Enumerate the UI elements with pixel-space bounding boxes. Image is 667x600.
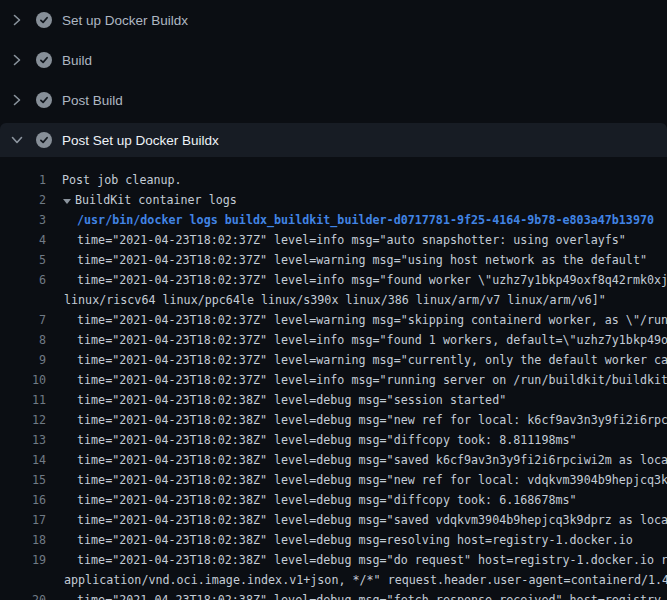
log-line-number[interactable] [0, 570, 46, 590]
log-line: 17 time="2021-04-23T18:02:38Z" level=deb… [0, 510, 667, 530]
log-line-text: time="2021-04-23T18:02:38Z" level=debug … [77, 590, 667, 600]
log-line-number[interactable]: 12 [0, 410, 46, 430]
log-line: 15 time="2021-04-23T18:02:38Z" level=deb… [0, 470, 667, 490]
log-line-text: /usr/bin/docker logs buildx_buildkit_bui… [77, 210, 654, 230]
step-row[interactable]: Build [0, 40, 667, 80]
log-line-number[interactable]: 20 [0, 590, 46, 600]
log-line-text: time="2021-04-23T18:02:38Z" level=debug … [77, 530, 633, 550]
log-line-text: time="2021-04-23T18:02:37Z" level=info m… [77, 230, 626, 250]
log-line-text: time="2021-04-23T18:02:37Z" level=warnin… [77, 250, 647, 270]
log-line: 12 time="2021-04-23T18:02:38Z" level=deb… [0, 410, 667, 430]
log-line-number[interactable]: 6 [0, 270, 46, 290]
log-line-number[interactable]: 4 [0, 230, 46, 250]
log-line-number[interactable]: 9 [0, 350, 46, 370]
log-line: 10 time="2021-04-23T18:02:37Z" level=inf… [0, 370, 667, 390]
log-line-number[interactable]: 19 [0, 550, 46, 570]
log-line-text: time="2021-04-23T18:02:37Z" level=info m… [77, 330, 667, 350]
log-line: 4 time="2021-04-23T18:02:37Z" level=info… [0, 230, 667, 250]
step-label: Post Build [62, 93, 123, 108]
check-circle-icon [36, 52, 52, 68]
step-row[interactable]: Post Build [0, 80, 667, 120]
log-line: 14 time="2021-04-23T18:02:38Z" level=deb… [0, 450, 667, 470]
log-line: linux/riscv64 linux/ppc64le linux/s390x … [0, 290, 667, 310]
log-line: 19 time="2021-04-23T18:02:38Z" level=deb… [0, 550, 667, 570]
log-line-text: time="2021-04-23T18:02:37Z" level=info m… [77, 270, 667, 290]
log-line-number[interactable]: 16 [0, 490, 46, 510]
log-line-text: time="2021-04-23T18:02:37Z" level=info m… [77, 370, 667, 390]
log-line-number[interactable]: 10 [0, 370, 46, 390]
log-line-number[interactable]: 1 [0, 170, 46, 190]
step-label: Set up Docker Buildx [62, 13, 188, 28]
log-line: 20 time="2021-04-23T18:02:38Z" level=deb… [0, 590, 667, 600]
check-circle-icon [36, 12, 52, 28]
log-line-text: time="2021-04-23T18:02:38Z" level=debug … [77, 390, 506, 410]
steps-list: Set up Docker Buildx Build Post Buil [0, 0, 667, 157]
log-line: 1 Post job cleanup. [0, 170, 667, 190]
log-line-text: application/vnd.oci.image.index.v1+json,… [64, 570, 667, 590]
log-line-number[interactable]: 8 [0, 330, 46, 350]
log-line: 9 time="2021-04-23T18:02:37Z" level=warn… [0, 350, 667, 370]
log-line: application/vnd.oci.image.index.v1+json,… [0, 570, 667, 590]
step-label: Build [62, 53, 92, 68]
log-line-text: time="2021-04-23T18:02:38Z" level=debug … [77, 470, 667, 490]
log-line-text: time="2021-04-23T18:02:38Z" level=debug … [77, 490, 577, 510]
log-line: 11 time="2021-04-23T18:02:38Z" level=deb… [0, 390, 667, 410]
step-label: Post Set up Docker Buildx [62, 133, 219, 148]
triangle-down-icon[interactable] [63, 199, 71, 204]
chevron-right-icon[interactable] [10, 93, 24, 107]
chevron-right-icon[interactable] [10, 13, 24, 27]
log-line-number[interactable]: 5 [0, 250, 46, 270]
step-row[interactable]: Post Set up Docker Buildx [0, 123, 667, 157]
log-line-number[interactable]: 2 [0, 190, 46, 210]
log-line: 8 time="2021-04-23T18:02:37Z" level=info… [0, 330, 667, 350]
log-line: 18 time="2021-04-23T18:02:38Z" level=deb… [0, 530, 667, 550]
log-line-text: time="2021-04-23T18:02:38Z" level=debug … [77, 450, 667, 470]
log-line-number[interactable]: 18 [0, 530, 46, 550]
log-line-text: time="2021-04-23T18:02:37Z" level=warnin… [77, 350, 667, 370]
check-circle-icon [36, 132, 52, 148]
chevron-right-icon[interactable] [10, 53, 24, 67]
log-line: 7 time="2021-04-23T18:02:37Z" level=warn… [0, 310, 667, 330]
log-line: 2 BuildKit container logs [0, 190, 667, 210]
log-line: 3 /usr/bin/docker logs buildx_buildkit_b… [0, 210, 667, 230]
log-viewer: 1 Post job cleanup. 2 BuildKit container… [0, 157, 667, 600]
log-line-number[interactable]: 11 [0, 390, 46, 410]
check-circle-icon [36, 92, 52, 108]
log-line-number[interactable] [0, 290, 46, 310]
log-line-text: BuildKit container logs [75, 190, 237, 210]
log-line-text: Post job cleanup. [62, 170, 182, 190]
log-line-text: time="2021-04-23T18:02:37Z" level=warnin… [77, 310, 667, 330]
log-line-text: time="2021-04-23T18:02:38Z" level=debug … [77, 550, 667, 570]
log-line: 6 time="2021-04-23T18:02:37Z" level=info… [0, 270, 667, 290]
log-line-number[interactable]: 15 [0, 470, 46, 490]
log-line-text: linux/riscv64 linux/ppc64le linux/s390x … [64, 290, 606, 310]
log-line-number[interactable]: 17 [0, 510, 46, 530]
log-line-text: time="2021-04-23T18:02:38Z" level=debug … [77, 410, 667, 430]
log-line-text: time="2021-04-23T18:02:38Z" level=debug … [77, 510, 667, 530]
log-line: 5 time="2021-04-23T18:02:37Z" level=warn… [0, 250, 667, 270]
log-line-number[interactable]: 14 [0, 450, 46, 470]
chevron-down-icon[interactable] [10, 133, 24, 147]
log-line-number[interactable]: 3 [0, 210, 46, 230]
log-line-number[interactable]: 7 [0, 310, 46, 330]
log-line-text: time="2021-04-23T18:02:38Z" level=debug … [77, 430, 577, 450]
log-line: 16 time="2021-04-23T18:02:38Z" level=deb… [0, 490, 667, 510]
step-row[interactable]: Set up Docker Buildx [0, 0, 667, 40]
log-line: 13 time="2021-04-23T18:02:38Z" level=deb… [0, 430, 667, 450]
log-line-number[interactable]: 13 [0, 430, 46, 450]
